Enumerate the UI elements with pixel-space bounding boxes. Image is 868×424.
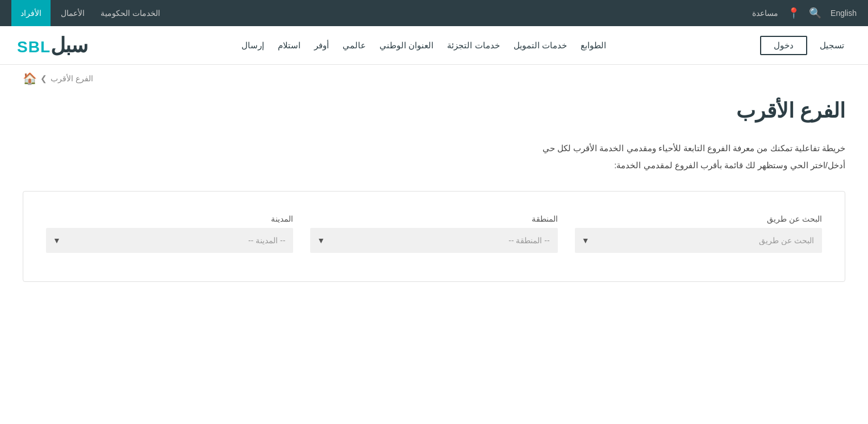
breadcrumb: الفرع الأقرب ❯ 🏠 — [0, 65, 868, 88]
region-wrapper: -- المنطقة -- ▼ — [310, 228, 557, 253]
top-bar: English 🔍 📍 مساعدة الخدمات الحكومية الأع… — [0, 0, 868, 26]
login-button[interactable]: دخول — [760, 36, 807, 55]
register-button[interactable]: تسجيل — [813, 37, 851, 54]
breadcrumb-home-icon[interactable]: 🏠 — [23, 72, 37, 85]
search-card: البحث عن طريق البحث عن طريق ▼ المنطقة --… — [23, 191, 845, 282]
region-group: المنطقة -- المنطقة -- ▼ — [310, 214, 557, 253]
page-description: خريطة تفاعلية تمكنك من معرفة الفروع التا… — [23, 140, 845, 174]
search-by-wrapper: البحث عن طريق ▼ — [575, 228, 822, 253]
nav-send[interactable]: إرسال — [241, 40, 264, 51]
nav-individuals[interactable]: الأفراد — [11, 0, 51, 26]
top-bar-nav: الخدمات الحكومية الأعمال الأفراد — [11, 0, 166, 26]
desc-line-1: خريطة تفاعلية تمكنك من معرفة الفروع التا… — [23, 140, 845, 157]
help-link[interactable]: مساعدة — [752, 9, 778, 18]
nav-business[interactable]: الأعمال — [55, 9, 90, 18]
main-content: الفرع الأقرب خريطة تفاعلية تمكنك من معرف… — [0, 88, 868, 305]
city-group: المدينة -- المدينة -- ▼ — [46, 214, 293, 253]
top-bar-left: English 🔍 📍 مساعدة — [752, 7, 857, 19]
auth-buttons: تسجيل دخول — [760, 36, 851, 55]
nav-finance[interactable]: خدمات التمويل — [514, 40, 567, 51]
logo-text: سبلSBL — [17, 35, 87, 56]
region-select[interactable]: -- المنطقة -- — [310, 228, 557, 253]
location-icon[interactable]: 📍 — [787, 7, 800, 19]
secondary-nav: تسجيل دخول الطوابع خدمات التمويل خدمات ا… — [0, 26, 868, 65]
language-switch[interactable]: English — [831, 9, 857, 18]
search-fields: البحث عن طريق البحث عن طريق ▼ المنطقة --… — [46, 214, 822, 253]
desc-line-2: أدخل/اختر الحي وستظهر لك قائمة بأقرب الف… — [23, 157, 845, 174]
city-label: المدينة — [46, 214, 293, 223]
city-wrapper: -- المدينة -- ▼ — [46, 228, 293, 253]
search-icon[interactable]: 🔍 — [809, 7, 821, 19]
page-title: الفرع الأقرب — [23, 99, 845, 123]
nav-stamps[interactable]: الطوابع — [581, 40, 606, 51]
region-label: المنطقة — [310, 214, 557, 223]
search-by-group: البحث عن طريق البحث عن طريق ▼ — [575, 214, 822, 253]
logo[interactable]: سبلSBL — [17, 35, 87, 56]
nav-receive[interactable]: استلام — [278, 40, 301, 51]
nav-global[interactable]: عالمي — [343, 40, 366, 51]
nav-government[interactable]: الخدمات الحكومية — [95, 9, 166, 18]
breadcrumb-current: الفرع الأقرب — [51, 74, 93, 83]
search-by-select[interactable]: البحث عن طريق — [575, 228, 822, 253]
nav-save[interactable]: أوفر — [314, 40, 329, 51]
breadcrumb-separator: ❯ — [40, 74, 47, 83]
nav-retail[interactable]: خدمات التجزئة — [447, 40, 499, 51]
nav-national-address[interactable]: العنوان الوطني — [379, 40, 433, 51]
main-nav-links: الطوابع خدمات التمويل خدمات التجزئة العن… — [87, 40, 760, 51]
search-by-label: البحث عن طريق — [575, 214, 822, 223]
city-select[interactable]: -- المدينة -- — [46, 228, 293, 253]
